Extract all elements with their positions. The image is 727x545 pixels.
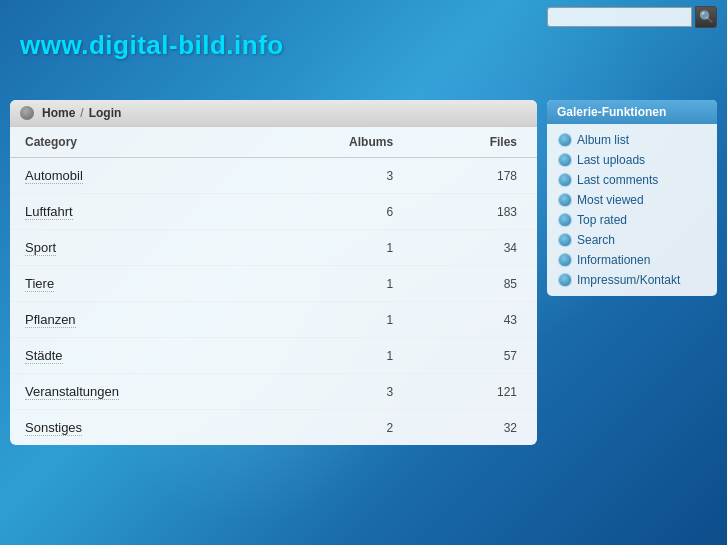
galerie-item-label: Most viewed — [577, 193, 644, 207]
category-table: Category Albums Files Automobil 3 178 Lu… — [10, 127, 537, 445]
galerie-item-icon — [558, 253, 572, 267]
galerie-item-icon — [558, 173, 572, 187]
top-search-button[interactable]: 🔍 — [695, 6, 717, 28]
galerie-item[interactable]: Impressum/Kontakt — [552, 270, 712, 290]
right-panel: Galerie-Funktionen Album list Last uploa… — [547, 100, 717, 445]
galerie-item[interactable]: Last comments — [552, 170, 712, 190]
table-row: Pflanzen 1 43 — [10, 302, 537, 338]
site-title: www.digital-bild.info — [20, 30, 284, 61]
category-link[interactable]: Tiere — [25, 276, 54, 292]
galerie-item-label: Last comments — [577, 173, 658, 187]
files-cell: 183 — [413, 194, 537, 230]
galerie-item[interactable]: Informationen — [552, 250, 712, 270]
table-row: Automobil 3 178 — [10, 158, 537, 194]
galerie-box: Galerie-Funktionen Album list Last uploa… — [547, 100, 717, 296]
category-link[interactable]: Sonstiges — [25, 420, 82, 436]
galerie-items: Album list Last uploads Last comments Mo… — [547, 124, 717, 296]
galerie-item-icon — [558, 233, 572, 247]
col-header-files: Files — [413, 127, 537, 158]
nav-icon — [20, 106, 34, 120]
galerie-item[interactable]: Most viewed — [552, 190, 712, 210]
category-name-cell: Tiere — [10, 266, 256, 302]
files-cell: 85 — [413, 266, 537, 302]
galerie-item-label: Impressum/Kontakt — [577, 273, 680, 287]
category-link[interactable]: Luftfahrt — [25, 204, 73, 220]
galerie-item-label: Last uploads — [577, 153, 645, 167]
galerie-item[interactable]: Search — [552, 230, 712, 250]
albums-cell: 2 — [256, 410, 413, 446]
files-cell: 57 — [413, 338, 537, 374]
main-content: Home / Login Category Albums Files Autom… — [10, 100, 717, 445]
table-header-row: Category Albums Files — [10, 127, 537, 158]
albums-cell: 6 — [256, 194, 413, 230]
galerie-item-icon — [558, 193, 572, 207]
top-search-area: 🔍 — [547, 6, 717, 28]
galerie-item[interactable]: Last uploads — [552, 150, 712, 170]
files-cell: 121 — [413, 374, 537, 410]
category-name-cell: Automobil — [10, 158, 256, 194]
category-name-cell: Veranstaltungen — [10, 374, 256, 410]
table-row: Tiere 1 85 — [10, 266, 537, 302]
albums-cell: 1 — [256, 302, 413, 338]
nav-home-link[interactable]: Home — [42, 106, 75, 120]
category-link[interactable]: Sport — [25, 240, 56, 256]
category-name-cell: Sport — [10, 230, 256, 266]
galerie-item-label: Top rated — [577, 213, 627, 227]
albums-cell: 3 — [256, 374, 413, 410]
files-cell: 178 — [413, 158, 537, 194]
category-name-cell: Luftfahrt — [10, 194, 256, 230]
albums-cell: 1 — [256, 266, 413, 302]
table-row: Sport 1 34 — [10, 230, 537, 266]
category-link[interactable]: Städte — [25, 348, 63, 364]
files-cell: 43 — [413, 302, 537, 338]
nav-login-link[interactable]: Login — [89, 106, 122, 120]
col-header-category: Category — [10, 127, 256, 158]
galerie-item-icon — [558, 153, 572, 167]
files-cell: 34 — [413, 230, 537, 266]
table-row: Sonstiges 2 32 — [10, 410, 537, 446]
galerie-item-icon — [558, 273, 572, 287]
albums-cell: 1 — [256, 338, 413, 374]
galerie-item-label: Album list — [577, 133, 629, 147]
category-name-cell: Städte — [10, 338, 256, 374]
table-row: Luftfahrt 6 183 — [10, 194, 537, 230]
galerie-item[interactable]: Top rated — [552, 210, 712, 230]
category-link[interactable]: Veranstaltungen — [25, 384, 119, 400]
table-row: Veranstaltungen 3 121 — [10, 374, 537, 410]
galerie-header: Galerie-Funktionen — [547, 100, 717, 124]
category-link[interactable]: Automobil — [25, 168, 83, 184]
category-name-cell: Pflanzen — [10, 302, 256, 338]
nav-bar: Home / Login — [10, 100, 537, 127]
nav-separator: / — [80, 106, 83, 120]
table-row: Städte 1 57 — [10, 338, 537, 374]
files-cell: 32 — [413, 410, 537, 446]
category-name-cell: Sonstiges — [10, 410, 256, 446]
albums-cell: 1 — [256, 230, 413, 266]
top-search-input[interactable] — [547, 7, 692, 27]
galerie-item-icon — [558, 213, 572, 227]
albums-cell: 3 — [256, 158, 413, 194]
left-panel: Home / Login Category Albums Files Autom… — [10, 100, 537, 445]
category-link[interactable]: Pflanzen — [25, 312, 76, 328]
galerie-item-label: Search — [577, 233, 615, 247]
col-header-albums: Albums — [256, 127, 413, 158]
galerie-item-icon — [558, 133, 572, 147]
galerie-item[interactable]: Album list — [552, 130, 712, 150]
nav-links: Home / Login — [42, 106, 121, 120]
galerie-item-label: Informationen — [577, 253, 650, 267]
